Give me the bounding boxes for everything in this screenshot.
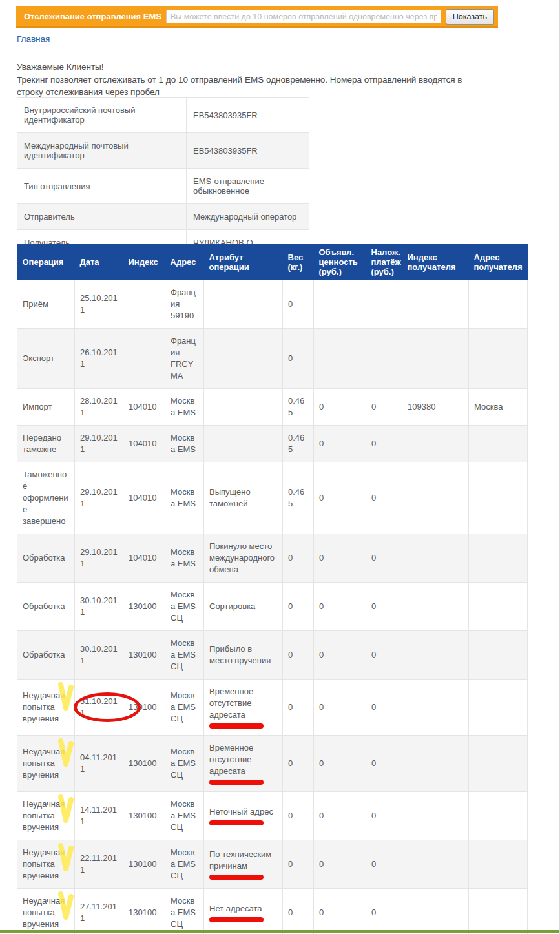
address-text: Москва EMS (171, 487, 196, 508)
annotation-red-underline (209, 723, 264, 729)
cell-index: 130100 (123, 840, 165, 889)
cell-declared_value: 0 (314, 792, 366, 840)
cell-operation: Неудачная попытка вручения (17, 736, 75, 792)
operation-text: Неудачная попытка вручения (23, 896, 65, 929)
summary-value: EB543803935FR (187, 133, 309, 169)
cell-address: Москва EMS СЦ (165, 736, 204, 792)
cell-date: 14.11.2011 (75, 792, 123, 840)
weight-text: 0 (288, 353, 293, 363)
attribute-text: Выпущено таможней (209, 487, 251, 508)
cell-index: 130100 (123, 792, 165, 840)
cell-address: Москва EMS (165, 389, 204, 426)
cell-address: Москва EMS СЦ (165, 680, 204, 736)
cell-date: 22.11.2011 (75, 840, 123, 889)
cell-attribute: Временное отсутствие адресата (204, 736, 283, 792)
summary-row: Внутрироссийский почтовый идентификаторE… (17, 98, 309, 133)
cell-declared_value: 0 (314, 631, 366, 680)
summary-label: Внутрироссийский почтовый идентификатор (17, 98, 187, 133)
weight-text: 0 (288, 601, 293, 611)
summary-row: Тип отправленияEMS-отправление обыкновен… (17, 169, 309, 204)
cell-recipient_index (402, 426, 469, 462)
operation-text: Неудачная попытка вручения (23, 799, 65, 832)
annotation-red-underline (209, 780, 264, 785)
cell-attribute: Нет адресата (204, 889, 283, 934)
index-text: 104010 (129, 439, 156, 448)
tracking-bar-label: Отслеживание отправления EMS (24, 12, 161, 21)
cell-weight: 0 (283, 280, 314, 329)
cell-cod: 0 (366, 583, 402, 631)
date-text: 25.10.2011 (80, 293, 118, 315)
index-text: 104010 (129, 493, 156, 503)
cell-weight: 0 (283, 840, 314, 889)
column-header: Индекс (123, 244, 165, 280)
cell-date: 27.11.2011 (75, 889, 123, 934)
cell-address: Франция 59190 (165, 280, 204, 329)
cell-declared_value: 0 (314, 680, 366, 736)
column-header: Объявл. ценность (руб.) (314, 244, 366, 280)
cell-attribute (204, 280, 283, 329)
cod-text: 0 (371, 758, 376, 768)
cell-recipient_index (402, 534, 469, 583)
cell-recipient_address (469, 840, 528, 889)
date-text: 22.11.2011 (80, 853, 117, 875)
column-header: Адрес получателя (469, 244, 528, 280)
show-button[interactable]: Показать (446, 9, 494, 25)
cod-text: 0 (371, 553, 376, 563)
cell-index: 130100 (123, 583, 165, 631)
attribute-text: Нет адресата (209, 904, 262, 913)
annotation-red-underline (209, 917, 264, 922)
index-text: 130100 (129, 601, 156, 611)
shipment-summary-table: Внутрироссийский почтовый идентификаторE… (17, 97, 309, 256)
cell-declared_value (314, 280, 366, 329)
column-header: Адрес (165, 244, 204, 280)
date-text: 04.11.2011 (80, 752, 117, 774)
history-row: Неудачная попытка вручения04.11.20111301… (17, 736, 528, 792)
address-text: Москва EMS СЦ (171, 847, 196, 880)
tracking-number-input[interactable] (166, 10, 441, 23)
intro-text: Уважаемые Клиенты! Трекинг позволяет отс… (17, 61, 462, 99)
history-row: Приём25.10.2011Франция 591900 (17, 280, 528, 329)
cod-text: 0 (371, 439, 376, 448)
summary-row: ОтправительМеждународный оператор (17, 204, 309, 230)
declared_value-text: 0 (319, 702, 324, 712)
declared_value-text: 0 (319, 859, 324, 869)
weight-text: 0.465 (288, 396, 304, 417)
operation-text: Приём (23, 299, 48, 309)
column-header: Налож. платёж (руб.) (366, 244, 402, 280)
cell-cod (366, 329, 402, 389)
cod-text: 0 (371, 859, 376, 869)
operation-text: Импорт (23, 402, 52, 411)
date-text: 30.10.2011 (80, 596, 118, 617)
home-link[interactable]: Главная (17, 34, 50, 44)
declared_value-text: 0 (319, 493, 324, 503)
column-header: Индекс получателя (402, 244, 469, 280)
cell-address: Москва EMS (165, 426, 204, 462)
cell-attribute: Временное отсутствие адресата (204, 680, 283, 736)
weight-text: 0.465 (288, 433, 304, 454)
weight-text: 0 (288, 553, 293, 563)
footer-green-bar (0, 930, 560, 933)
weight-text: 0 (288, 758, 293, 768)
cell-recipient_index: 109380 (402, 389, 469, 426)
cell-index: 130100 (123, 680, 165, 736)
cell-index: 130100 (123, 631, 165, 680)
index-text: 130100 (129, 859, 156, 869)
weight-text: 0 (288, 811, 293, 820)
address-text: Москва EMS СЦ (171, 747, 196, 780)
cod-text: 0 (371, 650, 376, 659)
cell-date: 26.10.2011 (75, 329, 123, 389)
cell-operation: Экспорт (17, 329, 75, 389)
cell-cod: 0 (366, 889, 402, 934)
operation-text: Неудачная попытка вручения (23, 747, 65, 780)
declared_value-text: 0 (319, 601, 324, 611)
weight-text: 0.465 (288, 487, 304, 508)
cell-operation: Импорт (17, 389, 75, 426)
annotation-red-underline (209, 875, 264, 880)
address-text: Москва EMS (171, 433, 196, 454)
cell-operation: Неудачная попытка вручения (17, 680, 75, 736)
index-text: 104010 (129, 402, 156, 411)
cell-operation: Приём (17, 280, 75, 329)
cell-date: 25.10.2011 (75, 280, 123, 329)
summary-value: EB543803935FR (187, 98, 309, 133)
index-text: 130100 (129, 908, 156, 917)
